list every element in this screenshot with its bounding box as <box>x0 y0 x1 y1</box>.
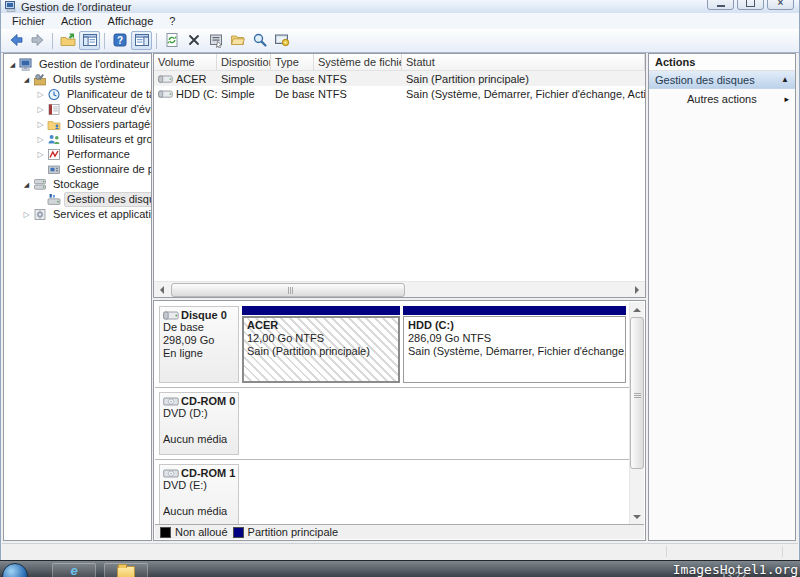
disk-label-disque-0[interactable]: Disque 0De base298,09 GoEn ligne <box>159 306 239 383</box>
cell-text: De base <box>275 88 314 100</box>
volume-row-acer[interactable]: ACERSimpleDe baseNTFSSain (Partition pri… <box>154 71 645 86</box>
partition-acer[interactable]: ACER12,00 Go NTFSSain (Partition princip… <box>242 306 400 383</box>
tree-item-gestionnaire-de-periphe[interactable]: Gestionnaire de périphé <box>4 162 151 177</box>
cell-text: De base <box>275 73 314 85</box>
maximize-icon <box>746 0 755 7</box>
collapse-section-icon[interactable]: ▲ <box>781 75 789 84</box>
menu-fichier[interactable]: Fichier <box>4 14 53 28</box>
forward-button[interactable] <box>27 31 48 50</box>
toolbar-separator <box>156 33 157 49</box>
collapsed-expander-icon[interactable]: ▷ <box>35 105 46 114</box>
horizontal-scroll-thumb[interactable] <box>171 283 405 297</box>
partition-hdd-c[interactable]: HDD (C:)286,09 Go NTFSSain (Système, Dém… <box>403 306 626 383</box>
disk-list: Disque 0De base298,09 GoEn ligneACER12,0… <box>155 302 629 524</box>
tree-item-label: Dossiers partagés <box>64 118 151 131</box>
collapsed-expander-icon[interactable]: ▷ <box>21 210 32 219</box>
collapsed-expander-icon[interactable]: ▷ <box>35 150 46 159</box>
vertical-scroll-thumb[interactable] <box>630 317 644 469</box>
tree-item-utilisateurs-et-groupes-l[interactable]: ▷Utilisateurs et groupes l <box>4 132 151 147</box>
properties-icon <box>208 32 224 50</box>
column-header-type[interactable]: Type <box>271 54 314 70</box>
rescan-disks-button[interactable] <box>249 31 270 50</box>
desktop: Gestion de l'ordinateur × FichierActionA… <box>0 0 800 577</box>
console-tree-pane: ◢Gestion de l'ordinateur (local)◢Outils … <box>3 53 152 541</box>
close-button[interactable]: × <box>767 0 794 10</box>
scroll-down-button[interactable] <box>630 510 643 523</box>
scroll-right-button[interactable] <box>630 283 644 296</box>
tree-item-label: Performance <box>64 148 133 161</box>
storage-icon <box>33 178 47 191</box>
actions-section-disk-management[interactable]: Gestion des disques ▲ <box>649 71 795 89</box>
tree-item-outils-systeme[interactable]: ◢Outils système <box>4 72 151 87</box>
cell-text: Simple <box>221 88 255 100</box>
expanded-expander-icon[interactable]: ◢ <box>21 76 32 84</box>
taskbar-app-explorer[interactable] <box>104 563 148 577</box>
menu-action[interactable]: Action <box>53 14 100 28</box>
tree-item-stockage[interactable]: ◢Stockage <box>4 177 151 192</box>
show-action-pane-button[interactable] <box>131 31 152 50</box>
tree-item-label: Planificateur de tâches <box>64 88 151 101</box>
delete-icon <box>186 32 202 50</box>
tree-item-label: Services et applications <box>50 208 151 221</box>
taskbar-app-browser[interactable]: e <box>52 563 96 577</box>
scroll-left-button[interactable] <box>155 283 169 296</box>
column-header-volume[interactable]: Volume <box>154 54 217 70</box>
column-header-statut[interactable]: Statut <box>402 54 645 70</box>
disk-info-line <box>163 420 235 433</box>
tree-item-dossiers-partages[interactable]: ▷Dossiers partagés <box>4 117 151 132</box>
window-title: Gestion de l'ordinateur <box>21 1 131 13</box>
settings-button[interactable] <box>271 31 292 50</box>
vertical-scrollbar[interactable] <box>629 302 644 524</box>
properties-button[interactable] <box>205 31 226 50</box>
partition-details: ACER12,00 Go NTFSSain (Partition princip… <box>242 316 400 383</box>
statusbar-divider <box>666 546 667 557</box>
tree-item-label: Gestion de l'ordinateur (local) <box>36 58 151 71</box>
column-header-disposition[interactable]: Disposition <box>217 54 271 70</box>
expanded-expander-icon[interactable]: ◢ <box>21 181 32 189</box>
collapsed-expander-icon[interactable]: ▷ <box>35 120 46 129</box>
collapsed-expander-icon[interactable]: ▷ <box>35 135 46 144</box>
open-folder-button[interactable] <box>227 31 248 50</box>
partition-details: HDD (C:)286,09 Go NTFSSain (Système, Dém… <box>403 316 626 383</box>
tree-item-gestion-des-disques[interactable]: Gestion des disques <box>4 192 151 207</box>
help-button[interactable]: ? <box>109 31 130 50</box>
up-level-button[interactable] <box>57 31 78 50</box>
expanded-expander-icon[interactable]: ◢ <box>7 61 18 69</box>
minimize-button[interactable] <box>707 0 734 10</box>
show-console-tree-icon <box>82 32 98 50</box>
tree-item-services-et-applications[interactable]: ▷Services et applications <box>4 207 151 222</box>
legend-swatch <box>233 527 244 538</box>
tree-item-gestion-de-l-ordinateur-local[interactable]: ◢Gestion de l'ordinateur (local) <box>4 57 151 72</box>
collapsed-expander-icon[interactable]: ▷ <box>35 90 46 99</box>
cell-statut: Sain (Système, Démarrer, Fichier d'échan… <box>402 88 645 100</box>
delete-button[interactable] <box>183 31 204 50</box>
titlebar[interactable]: Gestion de l'ordinateur × <box>1 0 799 14</box>
action-item-autres-actions[interactable]: Autres actions▸ <box>649 89 795 109</box>
show-console-tree-button[interactable] <box>79 31 100 50</box>
scroll-up-button[interactable] <box>630 303 643 316</box>
tree-item-observateur-d-eveneme[interactable]: ▷Observateur d'événeme <box>4 102 151 117</box>
partition-size: 12,00 Go NTFS <box>247 332 395 345</box>
start-button[interactable] <box>2 563 28 577</box>
maximize-button[interactable] <box>737 0 764 10</box>
disk-info-line: En ligne <box>163 347 235 360</box>
disk-label-cd-rom-0[interactable]: CD-ROM 0DVD (D:) Aucun média <box>159 392 239 455</box>
partition-type-bar <box>242 306 400 315</box>
menu-affichage[interactable]: Affichage <box>100 14 162 28</box>
disk-row-disque-0: Disque 0De base298,09 GoEn ligneACER12,0… <box>155 302 629 388</box>
column-header-systeme-de-fichiers[interactable]: Système de fichiers <box>314 54 402 70</box>
horizontal-scrollbar[interactable] <box>154 281 645 297</box>
tree-item-planificateur-de-taches[interactable]: ▷Planificateur de tâches <box>4 87 151 102</box>
refresh-button[interactable] <box>161 31 182 50</box>
menu-[interactable]: ? <box>161 14 183 28</box>
disk-info-line: DVD (E:) <box>163 479 235 492</box>
help-icon: ? <box>112 32 128 50</box>
back-button[interactable] <box>5 31 26 50</box>
cell-type: De base <box>271 88 314 100</box>
disk-label-cd-rom-1[interactable]: CD-ROM 1DVD (E:) Aucun média <box>159 464 239 524</box>
volume-row-hdd-c[interactable]: HDD (C:)SimpleDe baseNTFSSain (Système, … <box>154 86 645 101</box>
tree-item-performance[interactable]: ▷Performance <box>4 147 151 162</box>
device-manager-icon <box>47 163 61 176</box>
browser-icon: e <box>70 564 77 577</box>
legend-label: Non alloué <box>175 526 228 538</box>
